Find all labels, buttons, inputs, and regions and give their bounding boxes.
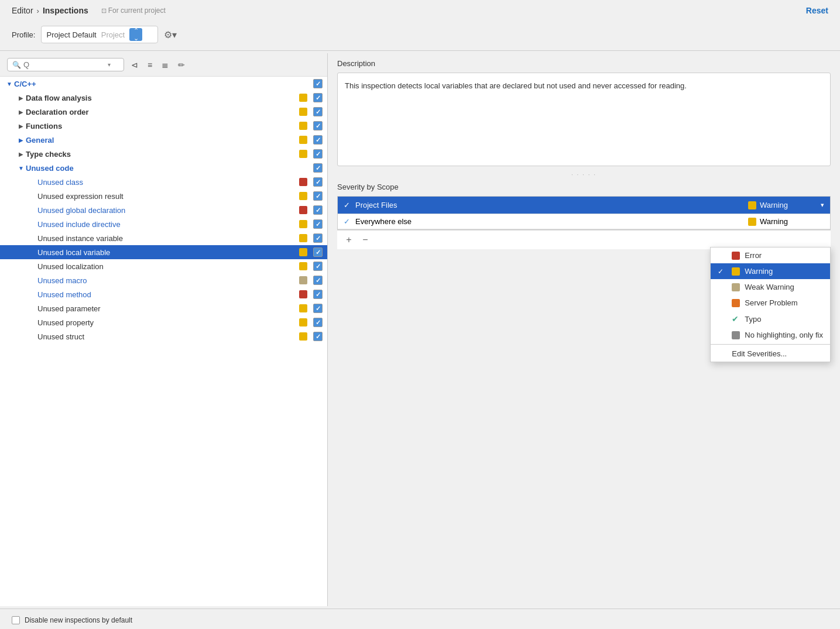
dropdown-label-nohighlight: No highlighting, only fix (745, 331, 823, 339)
tree-item-unused-code[interactable]: ▼ Unused code (0, 161, 327, 175)
toggle-arrow-functions: ▶ (16, 123, 26, 129)
severity-level-everywhere[interactable]: Warning (748, 217, 824, 226)
tree-item-unused-class[interactable]: Unused class (0, 175, 327, 189)
tree-label-unused-expression: Unused expression result (37, 192, 299, 201)
toggle-arrow-general: ▶ (16, 137, 26, 143)
tree-item-unused-expression[interactable]: Unused expression result (0, 189, 327, 203)
checkbox-data-flow[interactable] (313, 93, 323, 102)
tree-label-functions: Functions (26, 122, 299, 130)
tree-item-data-flow[interactable]: ▶ Data flow analysis (0, 91, 327, 105)
checkbox-type-checks[interactable] (313, 149, 323, 159)
dropdown-label-warning: Warning (745, 267, 773, 276)
checkbox-unused-struct[interactable] (313, 332, 323, 341)
search-box[interactable]: 🔍 ▾ (7, 58, 124, 71)
toggle-arrow-type-checks: ▶ (16, 151, 26, 157)
toggle-arrow-cpp: ▼ (5, 81, 14, 87)
severity-dot-unused-instance (299, 234, 307, 242)
severity-row-project[interactable]: ✓ Project Files Warning ▾ (338, 197, 830, 214)
severity-dot-general (299, 136, 307, 144)
resize-handle[interactable]: · · · · · (328, 172, 840, 177)
severity-dot-unused-class (299, 178, 307, 186)
disable-inspections-label: Disable new inspections by default (25, 616, 132, 624)
profile-dropdown-arrow[interactable]: ⌃⌄ (129, 28, 142, 41)
tree-item-unused-parameter[interactable]: Unused parameter (0, 301, 327, 315)
profile-name: Project Default (46, 30, 96, 39)
checkbox-cpp[interactable] (313, 79, 323, 88)
tree-item-functions[interactable]: ▶ Functions (0, 119, 327, 133)
severity-value-project: Warning (760, 201, 788, 209)
dropdown-option-server[interactable]: Server Problem (711, 295, 830, 311)
description-section: Description This inspection detects loca… (328, 53, 840, 172)
edit-button[interactable]: ✏ (176, 59, 187, 71)
checkbox-declaration[interactable] (313, 107, 323, 116)
tree-label-unused-method: Unused method (37, 290, 299, 299)
dropdown-label-server: Server Problem (745, 298, 797, 307)
tree-item-type-checks[interactable]: ▶ Type checks (0, 147, 327, 161)
checkbox-unused-local[interactable] (313, 248, 323, 257)
tree-item-unused-localization[interactable]: Unused localization (0, 259, 327, 273)
tree-item-unused-macro[interactable]: Unused macro (0, 273, 327, 287)
dropdown-option-error[interactable]: Error (711, 248, 830, 263)
tree-item-cpp[interactable]: ▼ C/C++ (0, 77, 327, 91)
dropdown-option-typo[interactable]: ✔ Typo (711, 311, 830, 327)
tree-item-unused-local[interactable]: Unused local variable (0, 245, 327, 259)
checkbox-unused-global[interactable] (313, 205, 323, 215)
tree-item-declaration-order[interactable]: ▶ Declaration order (0, 105, 327, 119)
remove-severity-button[interactable]: − (359, 234, 371, 246)
severity-dot-unused-include (299, 220, 307, 228)
checkbox-unused-class[interactable] (313, 177, 323, 187)
severity-scope-everywhere: Everywhere else (355, 217, 748, 226)
severity-dot-functions (299, 122, 307, 130)
add-severity-button[interactable]: + (343, 234, 355, 246)
dropdown-option-edit-severities[interactable]: Edit Severities... (711, 346, 830, 362)
dropdown-label-typo: Typo (745, 315, 761, 324)
checkbox-general[interactable] (313, 135, 323, 145)
reset-button[interactable]: Reset (806, 6, 828, 15)
checkbox-unused-code[interactable] (313, 163, 323, 173)
dropdown-option-weak[interactable]: Weak Warning (711, 279, 830, 295)
tree-label-type-checks: Type checks (26, 150, 299, 159)
severity-dot-unused-localization (299, 262, 307, 270)
severity-check-everywhere: ✓ (344, 217, 355, 226)
profile-select[interactable]: Project Default Project ⌃⌄ (41, 26, 158, 43)
tree-item-unused-method[interactable]: Unused method (0, 287, 327, 301)
severity-dot-unused-struct (299, 332, 307, 341)
tree-item-unused-instance[interactable]: Unused instance variable (0, 231, 327, 245)
tree-item-unused-global[interactable]: Unused global declaration (0, 203, 327, 217)
checkbox-unused-include[interactable] (313, 219, 323, 229)
checkbox-unused-macro[interactable] (313, 276, 323, 285)
severity-color-everywhere (748, 218, 756, 226)
checkbox-unused-expression[interactable] (313, 191, 323, 201)
collapse-all-button[interactable]: ≣ (159, 59, 171, 71)
disable-inspections-checkbox[interactable] (12, 616, 20, 624)
filter-button[interactable]: ⊲ (129, 59, 140, 71)
tree-label-unused-property: Unused property (37, 318, 299, 327)
dropdown-label-weak: Weak Warning (745, 283, 794, 291)
checkbox-unused-parameter[interactable] (313, 304, 323, 313)
severity-dot-data-flow (299, 94, 307, 102)
search-dropdown-icon: ▾ (108, 61, 111, 68)
checkbox-unused-method[interactable] (313, 290, 323, 299)
breadcrumb-separator: › (37, 6, 39, 15)
tree-label-unused-code: Unused code (26, 164, 311, 173)
checkbox-unused-instance[interactable] (313, 233, 323, 243)
tree-item-unused-property[interactable]: Unused property (0, 315, 327, 329)
severity-row-everywhere[interactable]: ✓ Everywhere else Warning (338, 214, 830, 229)
tree-label-unused-localization: Unused localization (37, 262, 299, 271)
dropdown-dot-server (732, 299, 740, 307)
tree-label-unused-macro: Unused macro (37, 276, 299, 285)
breadcrumb-inspections: Inspections (43, 6, 88, 15)
checkbox-unused-property[interactable] (313, 318, 323, 327)
expand-all-button[interactable]: ≡ (145, 59, 155, 71)
tree-label-unused-class: Unused class (37, 178, 299, 187)
checkbox-unused-localization[interactable] (313, 262, 323, 271)
tree-item-general[interactable]: ▶ General (0, 133, 327, 147)
dropdown-option-nohighlight[interactable]: No highlighting, only fix (711, 327, 830, 343)
search-input[interactable] (23, 60, 105, 69)
checkbox-functions[interactable] (313, 121, 323, 130)
tree-item-unused-struct[interactable]: Unused struct (0, 329, 327, 343)
dropdown-option-warning[interactable]: ✓ Warning (711, 263, 830, 279)
tree-item-unused-include[interactable]: Unused include directive (0, 217, 327, 231)
gear-button[interactable]: ⚙▾ (164, 29, 177, 40)
severity-level-project[interactable]: Warning ▾ (748, 201, 824, 209)
